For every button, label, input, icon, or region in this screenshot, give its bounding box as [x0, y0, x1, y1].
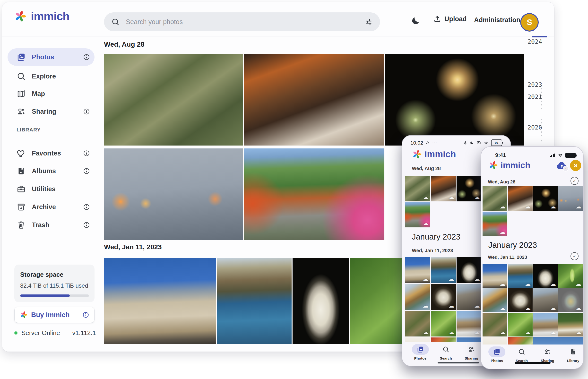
month-header: January 2023 [412, 232, 461, 241]
sidebar-item-utilities[interactable]: Utilities [8, 180, 95, 198]
photo-lizard-brown[interactable]: ☁ [405, 311, 430, 336]
photo-castle-ruins[interactable]: ☁ [457, 284, 482, 310]
immich-logo[interactable]: immich [14, 9, 69, 23]
scrubber-year[interactable]: 2021 [527, 93, 542, 100]
bluetooth-icon [463, 141, 467, 145]
photo-dinner-table[interactable]: ☁ [431, 176, 456, 201]
photo-green-berries[interactable]: ☁ [558, 264, 583, 288]
photo-sculpture-bust[interactable]: ☁ [533, 264, 558, 288]
scrubber-year[interactable]: 2020 [527, 124, 542, 131]
photo-dinner-table[interactable] [244, 54, 384, 145]
scrubber-handle[interactable] [532, 36, 547, 37]
search-filters-icon[interactable] [365, 18, 373, 26]
sidebar-item-archive[interactable]: Archive [8, 198, 95, 216]
sidebar-item-photos[interactable]: Photos [8, 48, 95, 66]
scrubber-tick [541, 95, 542, 96]
scrubber-tick [541, 108, 542, 109]
search-bar[interactable] [104, 12, 380, 31]
sidebar-item-map[interactable]: Map [8, 85, 95, 103]
home-indicator [438, 362, 479, 363]
buy-immich-button[interactable]: Buy Immich [14, 307, 95, 323]
photo-castle-ruins[interactable]: ☁ [533, 288, 558, 312]
photo-beach-cliff[interactable]: ☁ [483, 288, 507, 312]
photo-fireworks[interactable]: ☁ [457, 176, 482, 201]
cloud-backup-icon: ☁ [500, 281, 505, 287]
photos-icon [493, 348, 501, 356]
photo-lizard-moss[interactable]: ☁ [431, 311, 456, 336]
photo-fireworks[interactable]: ☁ [533, 186, 558, 211]
select-all-icon[interactable]: ✓ [571, 177, 578, 185]
user-avatar[interactable]: S [570, 160, 581, 171]
photo-sculpture-bust[interactable]: ☁ [457, 257, 482, 283]
search-icon [111, 18, 120, 26]
clock: 9:41 [495, 152, 506, 158]
phone-mockup-ios: 9:41 immich ✓ S [481, 146, 584, 369]
photo-autumn-path[interactable]: ☁ [405, 202, 430, 227]
sidebar-item-explore[interactable]: Explore [8, 67, 95, 85]
photo-ornate-trophy[interactable]: ☁ [558, 288, 583, 312]
nav-library[interactable]: Library [563, 347, 584, 363]
photo-castle-walls[interactable]: ☁ [405, 257, 430, 283]
user-avatar[interactable]: S [520, 13, 539, 32]
cloud-backup-icon: ☁ [576, 281, 581, 287]
backup-done-badge: ✓ [563, 166, 569, 172]
map-icon [16, 89, 26, 98]
nav-search[interactable]: Search [435, 344, 457, 360]
search-icon [518, 348, 525, 355]
sidebar-item-albums[interactable]: Albums [8, 162, 95, 180]
info-icon[interactable] [83, 53, 90, 61]
info-icon[interactable] [82, 311, 89, 318]
sidebar-section-library: LIBRARY [16, 127, 41, 133]
sidebar-item-sharing[interactable]: Sharing [8, 103, 95, 120]
administration-link[interactable]: Administration [474, 16, 521, 24]
scrubber-year[interactable]: 2023 [527, 81, 542, 88]
backup-cloud-icon[interactable]: ✓ [556, 161, 568, 171]
people-icon [468, 346, 475, 353]
photo-autumn-path[interactable]: ☁ [483, 212, 507, 236]
info-icon[interactable] [83, 203, 90, 211]
photo-castle-walls[interactable] [104, 258, 216, 344]
cloud-backup-icon: ☁ [448, 329, 454, 335]
photo-holding-hands[interactable]: ☁ [558, 186, 583, 211]
photo-village-houses[interactable]: ☁ [558, 313, 583, 336]
photo-village-church[interactable]: ☁ [457, 311, 482, 336]
photo-monkeys-jungle[interactable]: ☁ [483, 186, 507, 211]
theme-toggle-button[interactable] [411, 16, 421, 26]
photo-coastal-town[interactable]: ☁ [508, 264, 533, 288]
photo-beach-cliff[interactable]: ☁ [405, 284, 430, 310]
date-group-header: Wed, Aug 28 [104, 41, 144, 48]
photo-fireworks[interactable] [385, 54, 524, 145]
photo-village-church[interactable]: ☁ [533, 313, 558, 336]
photo-lizard-moss[interactable]: ☁ [508, 313, 533, 336]
photo-monkeys-jungle[interactable] [104, 54, 243, 145]
photo-castle-walls[interactable]: ☁ [483, 264, 507, 288]
nav-sharing[interactable]: Sharing [461, 344, 482, 360]
photo-white-rock[interactable]: ☁ [508, 288, 533, 312]
photo-autumn-path[interactable] [244, 148, 384, 240]
sidebar-item-favorites[interactable]: Favorites [8, 144, 95, 162]
photo-coastal-town[interactable] [217, 258, 292, 344]
nav-search[interactable]: Search [511, 347, 532, 363]
photo-sculpture-bust[interactable] [293, 258, 349, 344]
upload-button[interactable]: Upload [433, 15, 467, 23]
info-icon[interactable] [83, 108, 90, 115]
info-icon[interactable] [83, 167, 90, 175]
photo-white-rock[interactable]: ☁ [431, 284, 456, 310]
info-icon[interactable] [83, 150, 90, 157]
cloud-backup-icon: ☁ [423, 302, 428, 309]
photo-dinner-table[interactable]: ☁ [508, 186, 533, 211]
date-group-header: Wed, Aug 28 [412, 166, 441, 171]
scrubber-year[interactable]: 2024 [527, 38, 542, 45]
scrubber-tick [541, 122, 542, 123]
photo-coastal-town[interactable]: ☁ [431, 257, 456, 283]
nav-photos[interactable]: Photos [486, 347, 507, 363]
search-input[interactable] [125, 18, 359, 26]
nav-photos[interactable]: Photos [409, 344, 431, 360]
photo-holding-hands[interactable] [104, 148, 243, 240]
sidebar-item-trash[interactable]: Trash [8, 216, 95, 234]
info-icon[interactable] [83, 221, 90, 229]
photo-lizard-brown[interactable]: ☁ [483, 313, 507, 336]
select-all-icon[interactable]: ✓ [571, 252, 578, 260]
nav-sharing[interactable]: Sharing [537, 347, 558, 363]
photo-monkeys-jungle[interactable]: ☁ [405, 176, 430, 201]
